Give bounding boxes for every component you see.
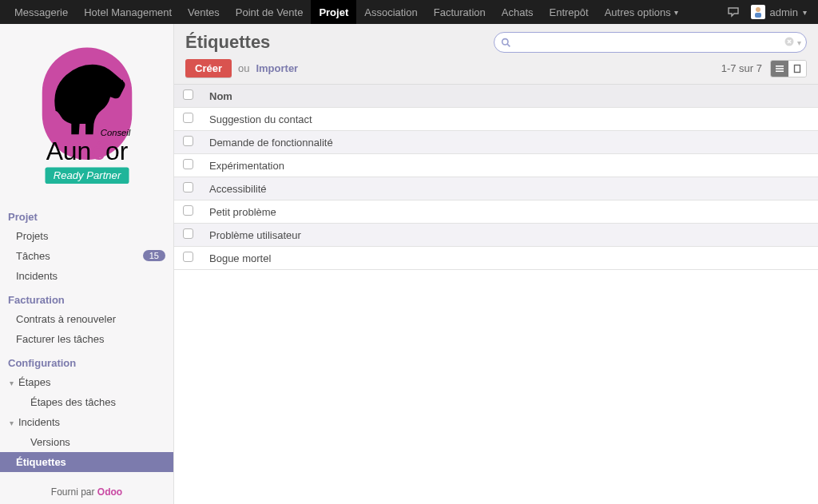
sidebar-item-taches[interactable]: Tâches 15: [0, 246, 173, 266]
or-label: ou: [238, 62, 249, 74]
user-menu[interactable]: admin ▾: [751, 5, 807, 19]
menu-entrepot[interactable]: Entrepôt: [542, 0, 597, 24]
menu-autres-options[interactable]: Autres options ▾: [597, 0, 686, 24]
sidebar-item-incidents[interactable]: Incidents: [0, 266, 173, 286]
svg-line-7: [507, 44, 510, 46]
sidebar-item-text: Incidents: [18, 416, 60, 428]
search-icon: [501, 38, 511, 48]
table-row[interactable]: Expérimentation: [174, 154, 818, 177]
svg-rect-10: [776, 68, 784, 69]
table-row[interactable]: Petit problème: [174, 200, 818, 224]
search-input[interactable]: [516, 36, 783, 50]
svg-point-6: [502, 38, 508, 44]
table-row[interactable]: Suggestion du contact: [174, 108, 818, 131]
content-header: Étiquettes ▾ Créer: [174, 24, 818, 85]
user-name: admin: [770, 6, 798, 18]
cell-nom: Problème utilisateur: [201, 224, 818, 247]
logo: Conseil Aunéor Ready Partner: [0, 40, 173, 190]
row-checkbox[interactable]: [183, 113, 193, 123]
sidebar-item-label: Versions: [30, 436, 70, 448]
sidebar-header-projet[interactable]: Projet: [0, 206, 173, 226]
menu-achats[interactable]: Achats: [494, 0, 542, 24]
svg-text:Ready Partner: Ready Partner: [53, 169, 121, 181]
menu-point-de-vente[interactable]: Point de Vente: [228, 0, 312, 24]
table-row[interactable]: Problème utilisateur: [174, 224, 818, 247]
row-checkbox[interactable]: [183, 182, 193, 192]
sidebar-section-configuration: Configuration ▾Étapes Étapes des tâches …: [0, 351, 173, 474]
sidebar-section-facturation: Facturation Contrats à renouveler Factur…: [0, 288, 173, 351]
svg-rect-11: [776, 70, 784, 72]
create-button[interactable]: Créer: [185, 59, 232, 77]
sidebar-item-label: Étapes des tâches: [30, 396, 116, 408]
badge-count: 15: [143, 250, 165, 261]
sidebar-item-label: Étiquettes: [16, 456, 66, 468]
search-options-icon[interactable]: ▾: [797, 38, 801, 47]
menu-autres-options-label: Autres options: [605, 6, 671, 18]
powered-by: Fourni par Odoo: [0, 474, 173, 498]
clear-search-icon[interactable]: [784, 37, 794, 49]
cell-nom: Accessibilité: [201, 177, 818, 200]
action-bar: Créer ou Importer: [185, 59, 298, 77]
sidebar-header-facturation[interactable]: Facturation: [0, 289, 173, 309]
menu-messagerie[interactable]: Messagerie: [6, 0, 76, 24]
sidebar-item-etapes[interactable]: ▾Étapes: [0, 372, 173, 392]
column-header-nom[interactable]: Nom: [201, 85, 818, 108]
powered-by-prefix: Fourni par: [51, 486, 97, 498]
view-list-button[interactable]: [771, 61, 788, 77]
view-switcher: [770, 60, 807, 77]
cell-nom: Petit problème: [201, 200, 818, 224]
svg-rect-12: [795, 65, 800, 72]
svg-rect-9: [776, 65, 784, 67]
caret-down-icon: ▾: [674, 8, 678, 17]
menu-association[interactable]: Association: [356, 0, 425, 24]
sidebar-item-label: Projets: [16, 230, 48, 242]
cell-nom: Expérimentation: [201, 154, 818, 177]
row-checkbox[interactable]: [183, 136, 193, 146]
row-checkbox[interactable]: [183, 228, 193, 239]
sidebar-header-configuration[interactable]: Configuration: [0, 352, 173, 372]
view-form-button[interactable]: [788, 61, 806, 77]
menu-ventes[interactable]: Ventes: [180, 0, 228, 24]
sidebar-item-label: ▾Étapes: [10, 376, 50, 388]
table-row[interactable]: Accessibilité: [174, 177, 818, 200]
search-box[interactable]: ▾: [494, 32, 807, 53]
topbar-menu: Messagerie Hotel Management Ventes Point…: [6, 0, 686, 24]
import-link[interactable]: Importer: [256, 62, 298, 74]
sidebar-item-facturer-taches[interactable]: Facturer les tâches: [0, 329, 173, 349]
search-container: ▾: [494, 32, 807, 53]
content-header-right: 1-7 sur 7: [721, 60, 807, 77]
select-all-cell: [174, 85, 201, 108]
topbar: Messagerie Hotel Management Ventes Point…: [0, 0, 818, 24]
row-checkbox[interactable]: [183, 205, 193, 216]
sidebar: Conseil Aunéor Ready Partner Projet Proj…: [0, 24, 174, 504]
data-table: Nom Suggestion du contact Demande de fon…: [174, 85, 818, 270]
cell-nom: Demande de fonctionnalité: [201, 131, 818, 154]
cell-nom: Bogue mortel: [201, 247, 818, 270]
select-all-checkbox[interactable]: [183, 89, 193, 100]
content-header-row2: Créer ou Importer 1-7 sur 7: [185, 59, 807, 77]
sidebar-item-projets[interactable]: Projets: [0, 226, 173, 246]
sidebar-item-label: Contrats à renouveler: [16, 313, 116, 325]
menu-facturation[interactable]: Facturation: [426, 0, 494, 24]
row-checkbox[interactable]: [183, 159, 193, 169]
messaging-icon[interactable]: [727, 6, 740, 18]
sidebar-item-etiquettes[interactable]: Étiquettes: [0, 452, 173, 472]
menu-projet[interactable]: Projet: [311, 0, 356, 24]
sidebar-section-projet: Projet Projets Tâches 15 Incidents: [0, 204, 173, 288]
sidebar-item-versions[interactable]: Versions: [0, 432, 173, 452]
brand-logo-icon: Conseil Aunéor Ready Partner: [27, 40, 147, 190]
menu-hotel-management[interactable]: Hotel Management: [76, 0, 180, 24]
sidebar-item-conf-incidents[interactable]: ▾Incidents: [0, 412, 173, 432]
sidebar-item-etapes-taches[interactable]: Étapes des tâches: [0, 392, 173, 412]
table-row[interactable]: Bogue mortel: [174, 247, 818, 270]
powered-by-link[interactable]: Odoo: [97, 486, 122, 498]
table-row[interactable]: Demande de fonctionnalité: [174, 131, 818, 154]
row-checkbox[interactable]: [183, 252, 193, 262]
svg-rect-1: [755, 13, 761, 18]
sidebar-item-contrats[interactable]: Contrats à renouveler: [0, 309, 173, 329]
sidebar-item-label: ▾Incidents: [10, 416, 60, 428]
chevron-down-icon: ▾: [10, 379, 14, 387]
svg-text:Aunéor: Aunéor: [46, 137, 128, 165]
svg-point-0: [756, 7, 760, 12]
topbar-spacer: [686, 0, 727, 24]
